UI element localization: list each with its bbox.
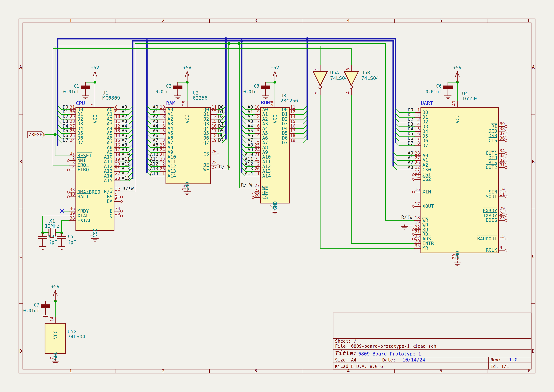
pin-number: 26 bbox=[415, 160, 420, 165]
pin-number: 29 bbox=[500, 206, 505, 211]
pin-name: R/W bbox=[104, 189, 113, 194]
pin-number: 9 bbox=[500, 245, 502, 250]
pin-number: 5 bbox=[417, 126, 420, 131]
pin-number: 23 bbox=[255, 157, 260, 162]
pin-number: 25 bbox=[70, 133, 75, 138]
net-label: A8 bbox=[153, 142, 158, 148]
pin-number: 4 bbox=[257, 133, 260, 138]
border-col-label: 2 bbox=[162, 368, 165, 373]
pin-number: 15 bbox=[115, 138, 120, 143]
ground-symbol[interactable] bbox=[174, 94, 181, 99]
net-label: D7 bbox=[63, 138, 68, 143]
pin-u1-a0[interactable]: 8A0A0 bbox=[107, 104, 133, 112]
pin-number: 28 bbox=[70, 119, 75, 124]
pin-number: 19 bbox=[115, 157, 120, 162]
ground-symbol[interactable] bbox=[444, 94, 451, 99]
pin-number: 32 bbox=[500, 158, 505, 163]
wire-reset[interactable] bbox=[320, 95, 415, 248]
pin-number: 23 bbox=[500, 215, 505, 220]
unconnected-pin-circle bbox=[505, 215, 507, 217]
capacitor-c2[interactable]: C20.01uf bbox=[155, 82, 182, 95]
pin-number: 27 bbox=[70, 124, 75, 128]
ground-symbol[interactable] bbox=[39, 245, 46, 249]
net-label: A3 bbox=[408, 165, 413, 170]
net-label: D3 bbox=[63, 119, 68, 124]
pin-number: 30 bbox=[70, 109, 75, 114]
border-row-label: B bbox=[19, 159, 22, 164]
field-label-ram: RAM bbox=[166, 100, 175, 106]
pin-name: BA bbox=[107, 198, 112, 204]
power-flag-5v[interactable]: +5V bbox=[183, 65, 191, 82]
pin-number: 3 bbox=[162, 138, 165, 143]
chip-u3[interactable]: U328C256ROM28VCC14GND10A0A09A1A18A2A27A3… bbox=[241, 93, 307, 210]
wire-extal[interactable] bbox=[62, 221, 69, 233]
refdes-u4: U4 bbox=[462, 91, 468, 96]
pin-name: A14 bbox=[167, 173, 176, 179]
capacitor-c5[interactable]: C5?pF bbox=[57, 233, 76, 245]
pin-number: 37 bbox=[500, 131, 505, 136]
capacitor-c1[interactable]: C10.01uf bbox=[63, 82, 90, 95]
pin-name: EXTAL bbox=[77, 218, 92, 223]
ground-symbol[interactable] bbox=[42, 314, 49, 318]
input-label-reset[interactable]: /RESET bbox=[28, 131, 45, 138]
pin-number: 8 bbox=[162, 114, 165, 119]
power-flag-5v[interactable]: +5V bbox=[51, 284, 59, 301]
pin-number: 14 bbox=[49, 316, 54, 322]
ground-symbol[interactable] bbox=[454, 261, 461, 266]
chip-u1[interactable]: U1MC6809CPU7VCC1VSS31D0D030D1D129D2D228D… bbox=[58, 90, 134, 237]
tb-rev: 1.0 bbox=[509, 357, 518, 363]
inverter-triangle[interactable] bbox=[313, 71, 327, 86]
chip-u2[interactable]: U262256RAM28VCC14GND10A0A09A1A18A2A27A3A… bbox=[147, 90, 230, 191]
pin-number: 4 bbox=[417, 122, 420, 127]
schematic-canvas[interactable]: 112233445566AABBCCDDU1MC6809CPU7VCC1VSS3… bbox=[0, 0, 554, 392]
pin-number: 28 bbox=[415, 151, 420, 155]
pin-number: 35 bbox=[115, 211, 120, 216]
net-label: R/!W bbox=[219, 164, 230, 169]
ground-symbol[interactable] bbox=[401, 225, 408, 229]
refdes-u5a: U5A bbox=[330, 70, 339, 75]
ground-symbol[interactable] bbox=[271, 210, 278, 214]
capacitor-c3[interactable]: C30.01uf bbox=[243, 82, 270, 95]
pin-number: 23 bbox=[160, 157, 165, 162]
unconnected-pin-circle bbox=[120, 196, 123, 198]
power-flag-5v[interactable]: +5V bbox=[271, 65, 279, 82]
capacitor-c7[interactable]: C70.01uf bbox=[23, 301, 50, 314]
power-arrow-head bbox=[95, 71, 97, 77]
power-flag-5v[interactable]: +5V bbox=[453, 65, 461, 82]
chip-body-u4[interactable] bbox=[421, 107, 499, 253]
cap-ref: C3 bbox=[254, 84, 259, 89]
pin-number: 17 bbox=[212, 128, 217, 133]
pin-number: 26 bbox=[160, 166, 165, 171]
inverter-u5a[interactable]: 12U5A74LS04 bbox=[313, 65, 348, 95]
border-row-label: D bbox=[19, 348, 22, 354]
ground-symbol[interactable] bbox=[262, 94, 269, 99]
pin-name: XIN bbox=[422, 189, 431, 195]
net-label: D4 bbox=[218, 123, 224, 129]
net-label: A1 bbox=[408, 155, 413, 161]
tb-rev-label: Rev: bbox=[491, 357, 501, 363]
ground-symbol[interactable] bbox=[184, 190, 191, 195]
pin-name: CS bbox=[203, 151, 209, 157]
pin-number: 10 bbox=[160, 105, 165, 110]
unconnected-pin-circle bbox=[412, 191, 415, 193]
pin-name: OUT2 bbox=[486, 165, 497, 170]
ground-symbol[interactable] bbox=[58, 245, 65, 249]
net-label: A13 bbox=[245, 166, 253, 171]
capacitor-c6[interactable]: C60.01uf bbox=[426, 82, 453, 95]
pin-number: 11 bbox=[500, 192, 505, 197]
inverter-u5b[interactable]: 34U5B74LS04 bbox=[344, 65, 379, 95]
power-flag-5v[interactable]: +5V bbox=[91, 65, 99, 82]
pin-number: 9 bbox=[115, 109, 118, 114]
ground-symbol[interactable] bbox=[91, 237, 98, 241]
chip-u5g[interactable]: U5G74LS0414VCC7GND bbox=[45, 316, 85, 360]
pin-number: 31 bbox=[500, 162, 505, 167]
pin-number: 6 bbox=[257, 124, 260, 128]
pin-number: 21 bbox=[415, 229, 420, 234]
chip-u4[interactable]: U416550UART40VCC20GND1D0D02D1D13D2D24D3D… bbox=[393, 91, 507, 260]
net-label: D6 bbox=[63, 133, 68, 138]
pin-number: 12 bbox=[415, 165, 420, 170]
tb-id: Id: 1/1 bbox=[491, 364, 509, 369]
ground-symbol[interactable] bbox=[82, 94, 89, 99]
ground-symbol[interactable] bbox=[52, 360, 59, 364]
pin-number: 25 bbox=[415, 234, 420, 239]
